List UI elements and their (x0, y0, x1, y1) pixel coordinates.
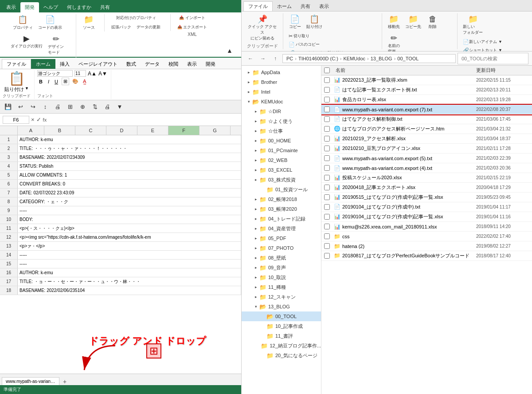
list-item[interactable]: 📊投稿スケジュール2020.xlsx2021/02/15 22:19 (321, 173, 532, 183)
cut-btn[interactable]: ✂ 切り取り (287, 32, 345, 40)
list-item[interactable]: 📄www.mypath-as-variant.com.export (4).tx… (321, 163, 532, 173)
path-drive[interactable]: TIH0146000D (C:) (298, 56, 338, 61)
list-item[interactable]: 📊20190104_はてなブログ(作成中)記事一覧.xlsx2019/01/04… (321, 212, 532, 222)
list-item[interactable]: 📊20210219_アクセス解析.xlsx2021/03/04 18:37 (321, 134, 532, 144)
file-checkbox[interactable] (324, 165, 330, 171)
table-row[interactable]: 17TITLE: ・ョ・ー・・セ・ー・ァ・ー・・ュ・・ウ・林・・・ (0, 277, 241, 286)
underline-btn[interactable]: U (53, 78, 60, 85)
sidebar-item-intel[interactable]: ▸📁Intel (242, 87, 321, 97)
dialog-run-btn[interactable]: ▶ ダイアログの実行 (9, 33, 44, 56)
sidebar-item-03excel[interactable]: ▸📁03_EXCEL (242, 165, 321, 175)
list-item[interactable]: 📊20200418_記事エクスポート.xlsx2020/04/18 17:29 (321, 183, 532, 193)
list-item[interactable]: 📄20190104_はてなブログ(作成中).txt2019/01/04 11:1… (321, 202, 532, 212)
sidebar-item-03[interactable]: ▸📁03_株式投資 (242, 175, 321, 185)
excel-review-tab[interactable]: 校閲 (164, 59, 183, 69)
cell-a[interactable]: DATE: 02/07/2022 23:43:09 (18, 189, 241, 197)
copy-to-btn[interactable]: 📁 コピー先 (403, 13, 423, 31)
col-header-e[interactable]: E (137, 126, 168, 135)
sheet-tab-main[interactable]: www.mypath-as-variant.com.expor (2, 377, 59, 385)
table-row[interactable]: 8CATEGORY: ・ェ・・ク (0, 197, 241, 206)
excel-tab-view[interactable]: 表示 (2, 2, 20, 12)
explorer-view-tab[interactable]: 表示 (315, 2, 333, 11)
address-path[interactable]: PC › TIH0146000D (C:) › KEMUdoc › 13_BLO… (282, 54, 456, 63)
show-code-btn[interactable]: 📄 コードの表示 (36, 14, 64, 32)
col-header-date[interactable]: 更新日時 (474, 67, 532, 74)
italic-btn[interactable]: I (46, 78, 51, 85)
paste-btn[interactable]: 📋 (8, 71, 25, 86)
list-item[interactable]: 📁20180817_はてなブログPerfectGuideBookサンプルコード2… (321, 251, 532, 261)
sidebar-item-appdata[interactable]: ▸📁AppData (242, 67, 321, 77)
sidebar-item-09[interactable]: ▸📁09_音声 (242, 263, 321, 272)
new-folder-btn[interactable]: 📁 新しいフォルダー (461, 13, 485, 36)
excel-formula-tab[interactable]: 数式 (122, 59, 141, 69)
up-btn[interactable]: ↑ (270, 53, 281, 64)
export-btn[interactable]: 📤 エクスポート (176, 24, 209, 31)
list-item[interactable]: 📊kemu@s226.xrea.com_mail_20180911.xlsx20… (321, 222, 532, 232)
sidebar-item-05pdf[interactable]: ▸📁05_PDF (242, 233, 321, 243)
import-btn[interactable]: 📥 インポート (177, 14, 207, 22)
list-item[interactable]: 📊20210210_豆乳ブログアイコン.xlsx2021/02/11 17:28 (321, 144, 532, 154)
format-btn[interactable]: ⊞ (65, 102, 75, 112)
explorer-home-tab[interactable]: ホーム (273, 2, 296, 11)
list-item[interactable]: 📁hatena (2)2019/08/02 12:27 (321, 241, 532, 251)
path-pc[interactable]: PC (286, 56, 293, 61)
sidebar-item-[interactable]: ▸📁☆よく使う (242, 116, 321, 126)
add-sheet-btn[interactable]: + (59, 378, 70, 385)
sidebar-item-02web[interactable]: ▸📁02_WEB (242, 155, 321, 165)
sidebar-item-20[interactable]: 📁20_気になるページ (242, 351, 321, 360)
sidebar-item-10[interactable]: 📁10_記事作成 (242, 321, 321, 331)
excel-insert-tab[interactable]: 挿入 (55, 59, 74, 69)
sidebar-item-04[interactable]: ▸📁04_資産管理 (242, 224, 321, 233)
list-item[interactable]: 📄www.mypath-as-variant.com.export (5).tx… (321, 154, 532, 163)
fill-color-btn[interactable]: 🎨 (71, 78, 80, 85)
cell-reference-input[interactable]: F6 (3, 116, 29, 124)
table-row[interactable]: 6CONVERT BREAKS: 0 (0, 180, 241, 189)
font-size-dec-btn[interactable]: A▼ (98, 71, 107, 77)
excel-pagelayout-tab[interactable]: ページレイアウト (74, 59, 122, 69)
sidebar-item-brother[interactable]: ▸📁Brother (242, 77, 321, 87)
cell-a[interactable]: AUTHOR: k-emu (18, 135, 241, 144)
path-blog[interactable]: 13_BLOG (371, 56, 392, 61)
path-copy-btn[interactable]: 📄 パスのコピー (287, 41, 345, 48)
col-header-g[interactable]: G (200, 126, 231, 135)
file-checkbox[interactable] (324, 146, 330, 151)
cell-a[interactable]: ----- (18, 206, 241, 215)
back-btn[interactable]: ← (245, 53, 256, 64)
file-checkbox[interactable] (324, 136, 330, 142)
sort-btn[interactable]: ↕ (40, 102, 51, 112)
list-item[interactable]: 📄はてな記事一覧エクスポート例.txt2022/02/13 20:11 (321, 85, 532, 95)
file-checkbox[interactable] (324, 126, 330, 132)
col-header-d[interactable]: D (106, 126, 137, 135)
cell-a[interactable]: TITLE: ・ョ・ー・・セ・ー・ァ・ー・・ュ・・ウ・林・・・ (18, 277, 241, 286)
sidebar-item-08[interactable]: ▸📁08_壁紙 (242, 253, 321, 263)
list-item[interactable]: 🌐はてなブログのアクセス解析ページソース.htm2021/03/04 21:32 (321, 124, 532, 134)
sidebar-item-12[interactable]: 📁12_納豆ブログ記事作... (242, 341, 321, 351)
sidebar-item-kemudoc[interactable]: ▾📂KEMUdoc (242, 97, 321, 106)
explorer-file-tab[interactable]: ファイル (243, 1, 273, 11)
print-btn[interactable]: 🖨 (52, 102, 63, 112)
excel-dev-tab2[interactable]: 開発 (201, 59, 220, 69)
cell-a[interactable]: CATEGORY: ・ェ・・ク (18, 197, 241, 206)
explorer-share-tab[interactable]: 共有 (296, 2, 315, 11)
file-checkbox[interactable] (324, 185, 330, 190)
bold-btn[interactable]: B (37, 78, 44, 85)
sidebar-item-04[interactable]: ▸📁04_トレード記録 (242, 214, 321, 224)
file-checkbox[interactable] (324, 116, 330, 122)
ribbon-collapse-btn[interactable]: ▲ (222, 46, 238, 55)
table-row[interactable]: 2TITLE: ・・・ゥ・・ャ・・ァ・・・・！・・・・・・ (0, 144, 241, 153)
list-item[interactable]: 📁css2022/02/02 17:40 (321, 232, 532, 241)
sidebar-item-00tool[interactable]: 📂00_TOOL (242, 311, 321, 321)
sidebar-item-11[interactable]: 📁11_書評 (242, 331, 321, 341)
sidebar-item-00home[interactable]: ▸📁00_HOME (242, 136, 321, 146)
table-row[interactable]: 13<p>ァ・</p> (0, 242, 241, 251)
path-kemudoc[interactable]: KEMUdoc (344, 56, 366, 61)
new-item-btn[interactable]: 📄 新しいアイテム ▼ (461, 38, 504, 46)
path-tool[interactable]: 00_TOOL (397, 56, 419, 61)
cell-a[interactable]: ALLOW COMMENTS: 1 (18, 171, 241, 179)
table-row[interactable]: 12<p><img src="https://cdn-ak.f.st-haten… (0, 233, 241, 242)
sidebar-item-01[interactable]: 📁01_投資ツール (242, 185, 321, 194)
col-header-b[interactable]: B (44, 126, 75, 135)
sidebar-item-032020[interactable]: ▸📁03_帳簿2020 (242, 204, 321, 214)
table-row[interactable]: 10BODY: (0, 215, 241, 224)
sidebar-item-07photo[interactable]: ▸📁07_PHOTO (242, 243, 321, 253)
